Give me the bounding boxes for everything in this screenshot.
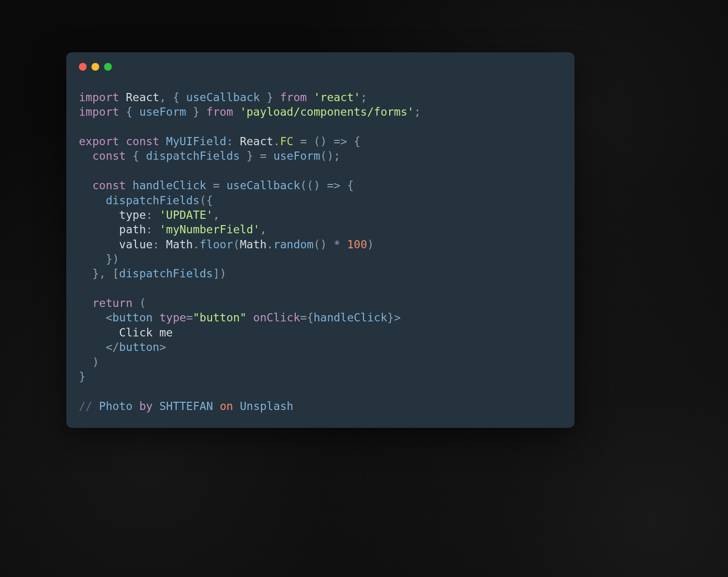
- fn-dispatchfields: dispatchFields: [106, 194, 199, 207]
- eq-brace: ={: [300, 311, 314, 324]
- eq: =: [206, 179, 227, 192]
- comma: ,: [213, 209, 220, 221]
- close-arr: ]): [213, 267, 227, 280]
- string-payload: 'payload/components/forms': [240, 106, 414, 118]
- jsx-tag-button: button: [112, 311, 152, 324]
- code-window: import React, { useCallback } from 'reac…: [66, 52, 575, 428]
- fn-random: random: [273, 238, 314, 251]
- jsx-close-open: </: [106, 341, 119, 353]
- eq: =: [186, 311, 193, 324]
- identifier-handleclick: handleClick: [133, 179, 206, 192]
- prop-value: value: [119, 238, 152, 251]
- space: [133, 400, 139, 412]
- call-mult: () *: [314, 238, 347, 251]
- indent: [79, 297, 92, 309]
- identifier-handleclick: handleClick: [314, 311, 387, 324]
- close-obj: }): [106, 253, 119, 265]
- space: [246, 311, 253, 324]
- maximize-icon[interactable]: [104, 63, 112, 71]
- identifier-dispatchfields: dispatchFields: [119, 267, 213, 280]
- brace: }: [260, 91, 280, 104]
- brace: {: [166, 91, 186, 104]
- indent: [79, 223, 119, 236]
- arrow-open: (() => {: [300, 179, 354, 192]
- jsx-text-clickme: Click me: [119, 326, 173, 339]
- traffic-lights: [79, 63, 562, 71]
- identifier-myuifield: MyUIField: [166, 135, 227, 148]
- keyword-import: import: [79, 91, 119, 104]
- identifier-math: Math: [166, 238, 193, 251]
- indent: [79, 179, 92, 192]
- brace: {: [119, 106, 139, 118]
- keyword-import: import: [79, 106, 119, 118]
- comment-photo: Photo: [99, 400, 133, 412]
- lparen: (: [233, 238, 240, 251]
- close-fn: }, [: [92, 267, 119, 280]
- fn-usecallback: useCallback: [227, 179, 300, 192]
- brace-eq: } =: [240, 150, 273, 162]
- open-obj: ({: [199, 194, 213, 207]
- type-fc: FC: [280, 135, 294, 148]
- minimize-icon[interactable]: [91, 63, 99, 71]
- dot: .: [273, 135, 280, 148]
- identifier-dispatchfields: dispatchFields: [146, 150, 240, 162]
- brace: }: [186, 106, 207, 118]
- comment-slashes: //: [79, 400, 92, 412]
- indent: [79, 253, 106, 265]
- space: [152, 400, 159, 412]
- dot: .: [267, 238, 273, 251]
- jsx-close: }>: [387, 311, 401, 324]
- close-paren: ): [92, 356, 99, 368]
- space: [152, 311, 159, 324]
- type-react: React: [240, 135, 273, 148]
- prop-type: type: [119, 209, 146, 221]
- keyword-const: const: [126, 135, 159, 148]
- brace: {: [126, 150, 146, 162]
- comma: ,: [159, 91, 166, 104]
- comma: ,: [260, 223, 267, 236]
- semicolon: ;: [361, 91, 367, 104]
- identifier-useform: useForm: [139, 106, 186, 118]
- identifier-usecallback: useCallback: [186, 91, 260, 104]
- arrow-fn: = () => {: [293, 135, 360, 148]
- indent: [79, 326, 119, 339]
- string-button: "button": [193, 311, 246, 324]
- jsx-open: <: [106, 311, 112, 324]
- string-update: 'UPDATE': [159, 209, 213, 221]
- colon: :: [146, 209, 159, 221]
- open-paren: (: [133, 297, 146, 309]
- number-100: 100: [347, 238, 367, 251]
- string-mynumberfield: 'myNumberField': [159, 223, 260, 236]
- keyword-from: from: [206, 106, 233, 118]
- close-brace: }: [79, 370, 86, 383]
- comment-unsplash: Unsplash: [240, 400, 293, 412]
- identifier-math: Math: [240, 238, 266, 251]
- prop-path: path: [119, 223, 146, 236]
- jsx-tag-button: button: [119, 341, 159, 353]
- jsx-attr-type: type: [159, 311, 186, 324]
- call: ();: [320, 150, 341, 162]
- space: [92, 400, 99, 412]
- close-icon[interactable]: [79, 63, 87, 71]
- indent: [79, 150, 92, 162]
- fn-floor: floor: [199, 238, 233, 251]
- colon: :: [152, 238, 166, 251]
- comment-by: by: [139, 400, 153, 412]
- space: [213, 400, 220, 412]
- comment-on: on: [220, 400, 233, 412]
- colon: :: [146, 223, 159, 236]
- rparen: ): [367, 238, 374, 251]
- fn-useform: useForm: [273, 150, 320, 162]
- jsx-attr-onclick: onClick: [253, 311, 300, 324]
- space: [233, 400, 240, 412]
- indent: [79, 238, 119, 251]
- colon: :: [227, 135, 240, 148]
- indent: [79, 356, 92, 368]
- indent: [79, 341, 106, 353]
- keyword-from: from: [280, 91, 306, 104]
- semicolon: ;: [414, 106, 421, 118]
- keyword-const: const: [92, 150, 126, 162]
- indent: [79, 209, 119, 221]
- indent: [79, 311, 106, 324]
- indent: [79, 194, 106, 207]
